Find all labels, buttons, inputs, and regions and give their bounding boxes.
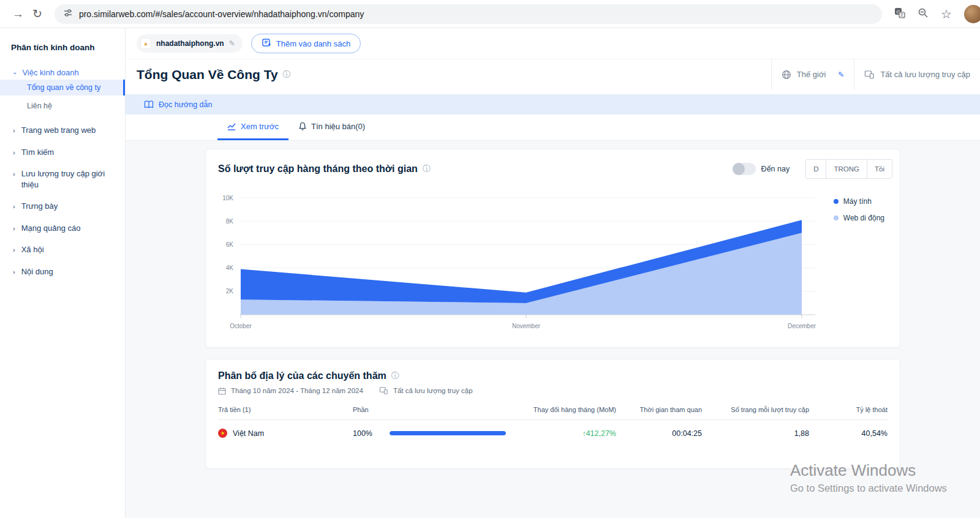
legend-mobile[interactable]: Web di động — [834, 214, 884, 222]
domain-name: nhadathaiphong.vn — [156, 39, 224, 48]
site-favicon-icon: ▲ — [140, 38, 151, 49]
geo-traffic-filter[interactable]: Tất cả lưu lượng truy cập — [393, 387, 473, 394]
url-text[interactable]: pro.similarweb.com/#/sales/account-overv… — [79, 9, 364, 19]
mobile-dot-icon — [834, 216, 839, 220]
svg-text:2K: 2K — [226, 288, 234, 295]
svg-text:6K: 6K — [226, 241, 234, 248]
geo-table-header: Trả tiền (1) Phần Thay đổi hàng tháng (M… — [218, 406, 888, 420]
globe-icon — [782, 70, 791, 80]
account-header: ▲ nhadathaiphong.vn ✎ Thêm vào danh sách — [126, 28, 980, 59]
geo-filters: Tháng 10 năm 2024 - Tháng 12 năm 2024 Tấ… — [218, 386, 888, 395]
visits-over-time-card: Số lượt truy cập hàng tháng theo thời gi… — [205, 149, 900, 348]
granularity-month[interactable]: Tồi — [867, 160, 892, 178]
chevron-right-icon: › — [13, 202, 15, 211]
col-pages[interactable]: Số trang mỗi lượt truy cập — [705, 406, 809, 413]
chevron-right-icon: › — [13, 246, 15, 255]
sidebar-item-content[interactable]: › Nội dung — [0, 261, 125, 282]
tab-sales-signals[interactable]: Tín hiệu bán(0) — [288, 114, 375, 140]
chevron-down-icon: ⌄ — [12, 69, 17, 75]
page-header: Tổng Quan Về Công Ty ⓘ Thế giới ✎ Tất cả… — [126, 59, 980, 89]
to-date-label: Đến nay — [761, 165, 790, 173]
mom-value: ↑412,27% — [512, 429, 616, 438]
sidebar-item-ad-networks[interactable]: › Mạng quảng cáo — [0, 218, 125, 239]
col-mom[interactable]: Thay đổi hàng tháng (MoM) — [512, 406, 616, 413]
info-icon[interactable]: ⓘ — [283, 69, 291, 80]
edit-country-button[interactable]: ✎ — [835, 59, 854, 90]
devices-icon — [379, 386, 388, 395]
chevron-right-icon: › — [13, 268, 15, 277]
browser-toolbar: → ↻ pro.similarweb.com/#/sales/account-o… — [0, 0, 980, 28]
site-settings-icon[interactable] — [63, 8, 73, 20]
sidebar-item-company-overview[interactable]: Tổng quan về công ty — [0, 80, 125, 96]
svg-text:8K: 8K — [226, 218, 234, 225]
info-icon[interactable]: ⓘ — [391, 370, 399, 381]
info-icon[interactable]: ⓘ — [423, 163, 431, 175]
add-to-list-button[interactable]: Thêm vào danh sách — [251, 34, 361, 53]
bounce-value: 40,54% — [812, 429, 888, 438]
sidebar-item-search[interactable]: › Tìm kiếm — [0, 142, 125, 163]
forward-icon[interactable]: → — [12, 8, 24, 20]
profile-avatar[interactable] — [964, 5, 980, 23]
chart-legend: Máy tính Web di động — [834, 197, 884, 222]
geo-table-row: ★ Việt Nam 100% ↑412,27% 00:04:25 1,88 4… — [218, 420, 888, 438]
country-selector[interactable]: Thế giới — [771, 59, 836, 90]
devices-icon — [864, 70, 875, 80]
book-icon — [144, 100, 154, 109]
legend-desktop[interactable]: Máy tính — [834, 197, 884, 206]
col-bounce[interactable]: Tỷ lệ thoát — [812, 406, 888, 413]
chevron-right-icon: › — [13, 224, 15, 233]
chevron-right-icon: › — [13, 170, 15, 179]
country-cell: ★ Việt Nam — [218, 429, 350, 438]
chevron-right-icon: › — [13, 126, 15, 135]
sidebar-item-referral-traffic[interactable]: › Lưu lượng truy cập giới thiệu — [0, 163, 123, 195]
translate-icon[interactable]: G 文 — [894, 7, 905, 21]
granularity-day[interactable]: D — [806, 160, 826, 178]
address-bar[interactable]: pro.similarweb.com/#/sales/account-overv… — [55, 4, 882, 24]
date-range[interactable]: Tháng 10 năm 2024 - Tháng 12 năm 2024 — [231, 387, 363, 394]
visits-chart: 2K4K6K8K10KOctoberNovemberDecember — [206, 186, 901, 336]
chevron-right-icon: › — [13, 148, 15, 157]
geo-title: Phân bố địa lý của các chuyến thăm ⓘ — [218, 370, 888, 381]
share-bar — [390, 431, 506, 435]
bell-icon — [298, 122, 307, 131]
share-value: 100% — [353, 429, 386, 438]
read-guide-banner[interactable]: Đọc hướng dẫn — [126, 94, 980, 114]
svg-text:October: October — [230, 323, 252, 329]
page-title: Tổng Quan Về Công Ty ⓘ — [126, 67, 771, 82]
zoom-out-icon[interactable] — [918, 7, 929, 21]
svg-text:4K: 4K — [226, 265, 234, 271]
sidebar: Phân tích kinh doanh ⌄ Việc kinh doanh T… — [0, 28, 126, 518]
desktop-dot-icon — [834, 199, 839, 204]
main-panel: ▲ nhadathaiphong.vn ✎ Thêm vào danh sách… — [126, 28, 980, 518]
granularity-week[interactable]: TRONG — [826, 160, 867, 178]
granularity-control: D TRONG Tồi — [805, 159, 892, 179]
activate-windows-watermark: Activate Windows Go to Settings to activ… — [790, 461, 947, 494]
sidebar-item-website[interactable]: › Trang web trang web — [0, 120, 125, 141]
col-duration[interactable]: Thời gian tham quan — [619, 406, 702, 413]
domain-pill[interactable]: ▲ nhadathaiphong.vn ✎ — [137, 34, 243, 53]
sidebar-item-social[interactable]: › Xã hội — [0, 239, 125, 260]
edit-pencil-icon[interactable]: ✎ — [229, 39, 235, 48]
tab-preview[interactable]: Xem trước — [217, 114, 288, 140]
reload-icon[interactable]: ↻ — [32, 8, 42, 20]
sidebar-group-business[interactable]: ⌄ Việc kinh doanh — [0, 68, 125, 77]
sidebar-title: Phân tích kinh doanh — [0, 43, 125, 52]
sidebar-item-contacts[interactable]: Liên hệ — [0, 98, 125, 114]
to-date-toggle[interactable] — [733, 163, 756, 175]
geo-distribution-card: Phân bố địa lý của các chuyến thăm ⓘ Thá… — [205, 359, 900, 469]
svg-text:10K: 10K — [222, 195, 233, 201]
svg-text:December: December — [788, 323, 816, 329]
share-bar-fill — [390, 431, 506, 435]
sidebar-item-display[interactable]: › Trưng bày — [0, 196, 125, 217]
tab-bar: Xem trước Tín hiệu bán(0) — [126, 114, 980, 141]
sidebar-group-label: Việc kinh doanh — [22, 68, 78, 77]
line-chart-icon — [227, 122, 236, 130]
traffic-filter[interactable]: Tất cả lưu lượng truy cập — [854, 59, 980, 90]
col-share[interactable]: Phần — [353, 406, 386, 413]
bookmark-star-icon[interactable]: ☆ — [941, 8, 952, 20]
add-list-icon — [262, 38, 271, 50]
calendar-icon — [218, 387, 226, 395]
geo-table: Trả tiền (1) Phần Thay đổi hàng tháng (M… — [218, 406, 888, 438]
col-paid[interactable]: Trả tiền (1) — [218, 406, 350, 413]
edit-pencil-icon: ✎ — [838, 70, 844, 79]
